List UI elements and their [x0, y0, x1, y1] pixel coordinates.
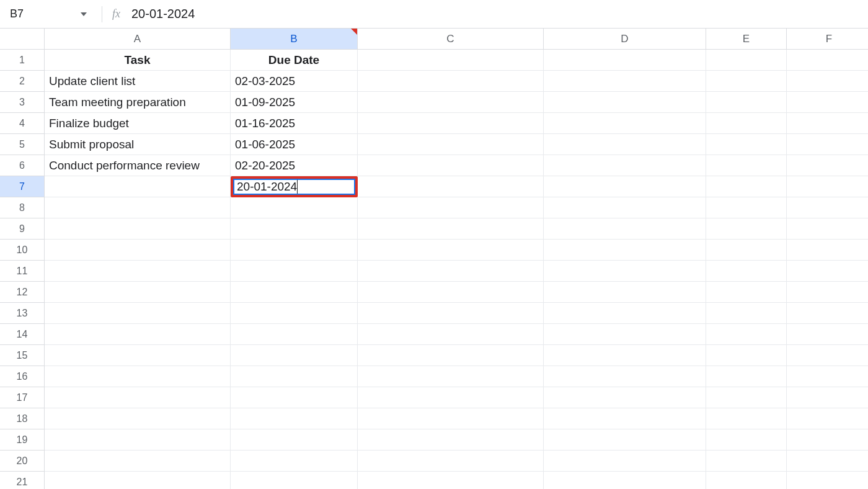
cell[interactable] — [706, 408, 787, 429]
cell[interactable] — [45, 451, 231, 472]
cell[interactable] — [787, 451, 868, 472]
cell[interactable] — [231, 366, 358, 387]
cell-A3[interactable]: Team meeting preparation — [45, 92, 231, 113]
formula-input[interactable]: 20-01-2024 — [131, 7, 868, 21]
cell-C1[interactable] — [358, 50, 544, 71]
cell[interactable] — [358, 387, 544, 408]
cell[interactable] — [706, 324, 787, 345]
cell-B4[interactable]: 01-16-2025 — [231, 113, 358, 134]
cell-D1[interactable] — [544, 50, 706, 71]
cell[interactable] — [45, 472, 231, 489]
cell-E7[interactable] — [706, 176, 787, 197]
cell-F6[interactable] — [787, 155, 868, 176]
cell[interactable] — [706, 345, 787, 366]
cell[interactable] — [787, 197, 868, 218]
cell-E4[interactable] — [706, 113, 787, 134]
cell[interactable] — [231, 240, 358, 261]
cell[interactable] — [358, 429, 544, 451]
cell[interactable] — [544, 366, 706, 387]
col-header-A[interactable]: A — [45, 29, 231, 50]
cell[interactable] — [231, 261, 358, 282]
cell-B3[interactable]: 01-09-2025 — [231, 92, 358, 113]
cell[interactable] — [787, 429, 868, 451]
name-box[interactable]: B7 — [5, 5, 92, 23]
cell[interactable] — [787, 472, 868, 489]
cell[interactable] — [706, 261, 787, 282]
col-header-B[interactable]: B — [231, 29, 358, 50]
cell[interactable] — [45, 324, 231, 345]
cell[interactable] — [706, 240, 787, 261]
cell[interactable] — [706, 366, 787, 387]
row-header[interactable]: 6 — [0, 155, 45, 176]
cell-E1[interactable] — [706, 50, 787, 71]
cell[interactable] — [231, 429, 358, 451]
cell-F5[interactable] — [787, 134, 868, 155]
cell[interactable] — [231, 303, 358, 324]
cell-C7[interactable] — [358, 176, 544, 197]
cell[interactable] — [45, 218, 231, 240]
row-header[interactable]: 13 — [0, 303, 45, 324]
cell[interactable] — [358, 261, 544, 282]
cell-F2[interactable] — [787, 71, 868, 92]
cell[interactable] — [45, 282, 231, 303]
cell[interactable] — [787, 366, 868, 387]
cell-F3[interactable] — [787, 92, 868, 113]
row-header[interactable]: 1 — [0, 50, 45, 71]
cell[interactable] — [45, 408, 231, 429]
cell-C5[interactable] — [358, 134, 544, 155]
cell[interactable] — [358, 197, 544, 218]
cell[interactable] — [544, 303, 706, 324]
cell[interactable] — [544, 197, 706, 218]
cell-D3[interactable] — [544, 92, 706, 113]
cell[interactable] — [231, 324, 358, 345]
cell-B2[interactable]: 02-03-2025 — [231, 71, 358, 92]
cell-B5[interactable]: 01-06-2025 — [231, 134, 358, 155]
cell-C3[interactable] — [358, 92, 544, 113]
cell-E6[interactable] — [706, 155, 787, 176]
row-header[interactable]: 17 — [0, 387, 45, 408]
cell[interactable] — [544, 387, 706, 408]
cell[interactable] — [544, 218, 706, 240]
cell[interactable] — [544, 408, 706, 429]
cell[interactable] — [787, 261, 868, 282]
cell[interactable] — [45, 261, 231, 282]
cell-F1[interactable] — [787, 50, 868, 71]
cell[interactable] — [358, 324, 544, 345]
cell[interactable] — [231, 387, 358, 408]
row-header[interactable]: 2 — [0, 71, 45, 92]
cell-D4[interactable] — [544, 113, 706, 134]
row-header[interactable]: 18 — [0, 408, 45, 429]
cell[interactable] — [231, 218, 358, 240]
cell[interactable] — [358, 218, 544, 240]
cell[interactable] — [231, 451, 358, 472]
cell-editor[interactable]: 20-01-2024 — [233, 179, 355, 195]
cell[interactable] — [45, 240, 231, 261]
cell[interactable] — [45, 366, 231, 387]
cell[interactable] — [358, 408, 544, 429]
cell-A4[interactable]: Finalize budget — [45, 113, 231, 134]
cell[interactable] — [544, 345, 706, 366]
cell-D2[interactable] — [544, 71, 706, 92]
cell-C4[interactable] — [358, 113, 544, 134]
cell-B1[interactable]: Due Date — [231, 50, 358, 71]
cell[interactable] — [544, 261, 706, 282]
row-header[interactable]: 15 — [0, 345, 45, 366]
cell-D7[interactable] — [544, 176, 706, 197]
cell[interactable] — [231, 197, 358, 218]
select-all-corner[interactable] — [0, 29, 45, 50]
col-header-D[interactable]: D — [544, 29, 706, 50]
cell-E2[interactable] — [706, 71, 787, 92]
row-header[interactable]: 10 — [0, 240, 45, 261]
row-header[interactable]: 19 — [0, 429, 45, 451]
cell[interactable] — [787, 240, 868, 261]
row-header[interactable]: 11 — [0, 261, 45, 282]
cell[interactable] — [231, 472, 358, 489]
cell[interactable] — [544, 324, 706, 345]
cell-A7[interactable] — [45, 176, 231, 197]
cell[interactable] — [544, 240, 706, 261]
row-header[interactable]: 5 — [0, 134, 45, 155]
cell[interactable] — [231, 345, 358, 366]
cell[interactable] — [231, 282, 358, 303]
cell[interactable] — [706, 303, 787, 324]
cell-A5[interactable]: Submit proposal — [45, 134, 231, 155]
